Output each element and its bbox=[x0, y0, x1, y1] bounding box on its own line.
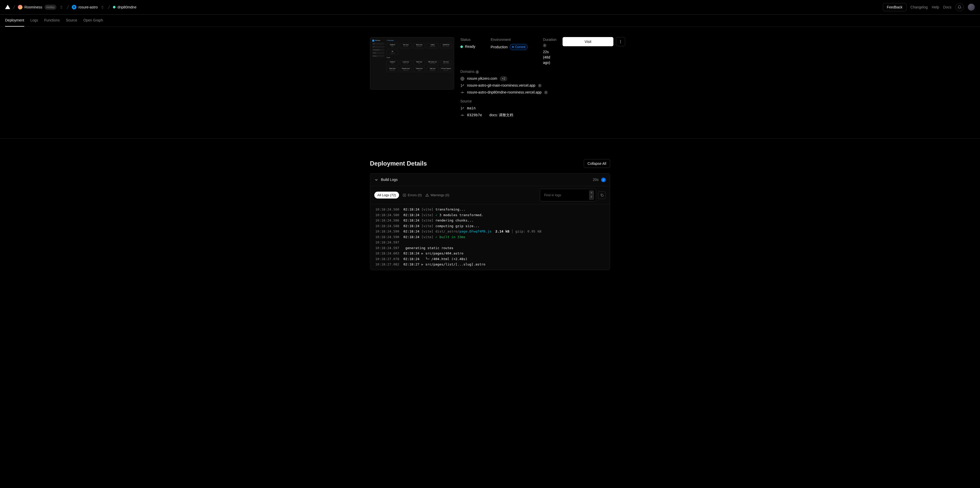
logs-search-input[interactable] bbox=[544, 193, 587, 197]
svg-point-7 bbox=[463, 107, 464, 108]
svg-point-10 bbox=[620, 41, 620, 42]
domains-more-badge[interactable]: +2 bbox=[500, 76, 508, 81]
build-duration: 20s bbox=[593, 177, 598, 183]
tab-logs[interactable]: Logs bbox=[30, 14, 38, 27]
branch-icon bbox=[460, 84, 465, 87]
svg-point-9 bbox=[620, 40, 620, 41]
deployment-meta: Status Ready Environment Production Curr… bbox=[460, 37, 557, 118]
commit-icon bbox=[460, 113, 465, 117]
kebab-icon bbox=[619, 40, 623, 44]
svg-point-6 bbox=[461, 109, 462, 110]
deployment-id: dnp80mdne bbox=[118, 5, 137, 10]
copy-logs-button[interactable] bbox=[598, 191, 606, 199]
visit-button[interactable]: Visit bbox=[563, 37, 613, 46]
user-avatar[interactable] bbox=[968, 3, 975, 11]
header-actions: Feedback Changelog Help Docs bbox=[883, 3, 975, 11]
log-line: 10:18:24.58802:18:24 [vite] computing gz… bbox=[370, 223, 610, 229]
source-commit[interactable]: 0329b7e docs: 调整文档 bbox=[460, 113, 557, 118]
top-header: / Roominess Hobby / R rosure-astro / dnp… bbox=[0, 0, 980, 14]
details-header: Deployment Details Collapse All bbox=[370, 159, 610, 168]
duration-label: Duration i bbox=[543, 37, 557, 48]
team-crumb[interactable]: Roominess Hobby bbox=[18, 4, 64, 10]
slash-divider: / bbox=[13, 3, 16, 11]
svg-point-2 bbox=[461, 86, 462, 87]
domain-primary[interactable]: rosure.yikzero.com +2 bbox=[460, 76, 557, 81]
tab-open-graph[interactable]: Open Graph bbox=[83, 14, 103, 27]
filter-warnings[interactable]: Warnings (0) bbox=[425, 192, 449, 198]
deployment-overview: Rosure All UI Inspirations Tools Books •… bbox=[370, 37, 610, 118]
search-hotkey: ⌘ F bbox=[589, 190, 594, 200]
changelog-link[interactable]: Changelog bbox=[910, 5, 928, 10]
build-logs-panel: Build Logs 20s All Logs (72) Errors (0) … bbox=[370, 173, 610, 270]
collapse-all-button[interactable]: Collapse All bbox=[584, 159, 610, 168]
bell-icon bbox=[958, 5, 962, 9]
svg-point-11 bbox=[620, 43, 620, 43]
project-name: rosure-astro bbox=[78, 5, 98, 10]
source-label: Source bbox=[460, 99, 557, 104]
domain-deployment[interactable]: rosure-astro-dnp80mdne-roominess.vercel.… bbox=[460, 90, 557, 95]
log-line: 10:18:24.59002:18:24 [vite] dist/_astro/… bbox=[370, 229, 610, 234]
globe-icon bbox=[460, 77, 465, 81]
section-divider bbox=[0, 138, 980, 138]
duration-value: 22s (48d ago) bbox=[543, 49, 557, 65]
status-value: Ready bbox=[460, 44, 475, 49]
log-line: 10:18:24.58602:18:24 [vite] rendering ch… bbox=[370, 218, 610, 223]
log-line: 10:18:24.58002:18:24 [vite] ✓ 3 modules … bbox=[370, 212, 610, 218]
project-avatar-icon: R bbox=[72, 5, 76, 10]
project-crumb[interactable]: R rosure-astro bbox=[72, 4, 105, 10]
log-line: 10:18:27.08202:18:27 ▶ src/pages/list/[.… bbox=[370, 262, 610, 267]
notifications-button[interactable] bbox=[956, 3, 964, 11]
deployment-preview[interactable]: Rosure All UI Inspirations Tools Books •… bbox=[370, 37, 454, 90]
source-branch[interactable]: main bbox=[460, 105, 557, 111]
main-content: Rosure All UI Inspirations Tools Books •… bbox=[365, 27, 615, 128]
info-icon[interactable]: i bbox=[543, 44, 546, 47]
log-line: 10:18:24.59002:18:24 [vite] ✓ built in 3… bbox=[370, 234, 610, 240]
build-logs-header[interactable]: Build Logs 20s bbox=[370, 173, 610, 186]
env-badge: Current bbox=[510, 44, 528, 50]
logs-search-group: ⌘ F bbox=[540, 189, 606, 201]
warning-icon bbox=[425, 193, 429, 197]
info-icon[interactable]: i bbox=[538, 84, 542, 87]
filter-all[interactable]: All Logs (72) bbox=[374, 192, 399, 199]
chevron-down-icon bbox=[374, 178, 379, 182]
build-logs-title: Build Logs bbox=[381, 177, 398, 183]
domain-branch[interactable]: rosure-astro-git-main-roominess.vercel.a… bbox=[460, 83, 557, 88]
log-line: 10:18:24.597 bbox=[370, 240, 610, 245]
logs-search-box[interactable]: ⌘ F bbox=[540, 189, 596, 201]
logs-toolbar: All Logs (72) Errors (0) Warnings (0) ⌘ … bbox=[370, 186, 610, 204]
commit-icon bbox=[460, 91, 465, 95]
environment-value: Production Current bbox=[490, 44, 528, 50]
help-link[interactable]: Help bbox=[932, 5, 939, 10]
svg-rect-14 bbox=[601, 195, 603, 197]
environment-label: Environment bbox=[490, 37, 528, 43]
logs-filters: All Logs (72) Errors (0) Warnings (0) bbox=[374, 192, 449, 199]
status-label: Status bbox=[460, 37, 475, 43]
filter-errors[interactable]: Errors (0) bbox=[402, 192, 422, 198]
breadcrumb: / Roominess Hobby / R rosure-astro / dnp… bbox=[5, 3, 137, 11]
svg-point-8 bbox=[462, 115, 463, 116]
vercel-logo-icon[interactable] bbox=[5, 5, 10, 10]
log-line: 10:18:27.07802:18:24 └─ /404.html (+2.48… bbox=[370, 256, 610, 262]
ready-dot-icon bbox=[460, 46, 463, 48]
copy-icon bbox=[600, 193, 604, 197]
log-line: 10:18:24.597 generating static routes bbox=[370, 245, 610, 251]
feedback-button[interactable]: Feedback bbox=[883, 3, 906, 11]
details-title: Deployment Details bbox=[370, 159, 427, 168]
team-switcher-icon[interactable] bbox=[59, 4, 64, 10]
info-icon[interactable]: i bbox=[476, 70, 479, 74]
logs-body: 10:18:24.56002:18:24 [vite] transforming… bbox=[370, 204, 610, 270]
log-line: 10:18:24.60302:18:24 ▶ src/pages/404.ast… bbox=[370, 251, 610, 256]
svg-point-5 bbox=[461, 107, 462, 108]
tab-functions[interactable]: Functions bbox=[44, 14, 60, 27]
error-icon bbox=[402, 193, 406, 197]
project-switcher-icon[interactable] bbox=[100, 4, 105, 10]
deployment-crumb[interactable]: dnp80mdne bbox=[113, 5, 137, 10]
tab-deployment[interactable]: Deployment bbox=[5, 14, 24, 27]
docs-link[interactable]: Docs bbox=[943, 5, 951, 10]
tab-source[interactable]: Source bbox=[66, 14, 77, 27]
subnav: Deployment Logs Functions Source Open Gr… bbox=[0, 14, 980, 27]
log-line: 10:18:24.56002:18:24 [vite] transforming… bbox=[370, 207, 610, 212]
info-icon[interactable]: i bbox=[544, 91, 548, 94]
slash-divider: / bbox=[67, 3, 70, 11]
more-actions-button[interactable] bbox=[616, 37, 625, 46]
